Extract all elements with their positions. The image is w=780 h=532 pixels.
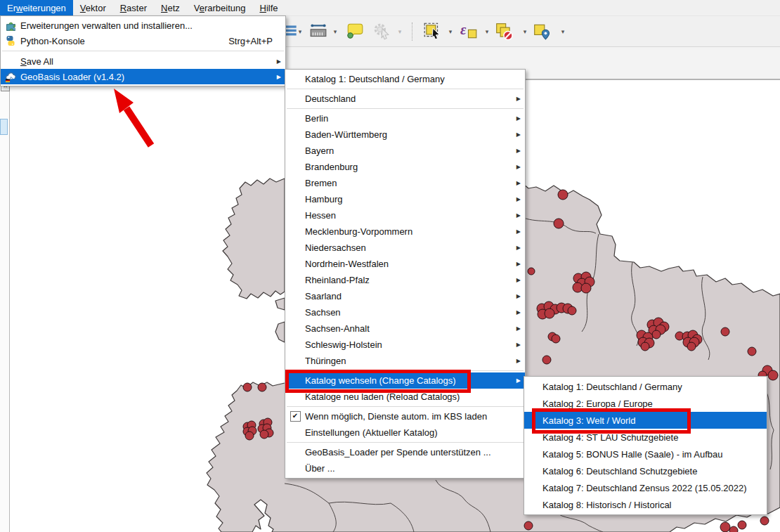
menu-item-katalog-6-deutschland-schutzgebi[interactable]: Katalog 6: Deutschland Schutzgebiete <box>524 462 767 479</box>
submenu-arrow-icon: ▶ <box>512 245 521 251</box>
submenu-arrow-icon: ▶ <box>512 358 521 364</box>
qgis-window: ✕ ErweiterungenVektorRasterNetzVerarbeit… <box>0 0 780 532</box>
geobasis-loader-icon <box>1 71 20 83</box>
menu-item-einstellungen-aktueller-katalog[interactable]: Einstellungen (Aktueller Katalog) ▶ <box>285 424 525 441</box>
submenu-arrow-icon: ▶ <box>512 309 521 316</box>
submenu-arrow-icon: ▶ <box>512 228 521 235</box>
submenu-arrow-icon: ▶ <box>512 196 521 202</box>
deselect-features-dropdown-arrow[interactable]: ▾ <box>520 25 530 38</box>
menu-item-wenn-m-glich-dienste-autom-im-kb[interactable]: ✔ Wenn möglich, Dienste autom. im KBS la… <box>285 408 525 424</box>
toolbar-separator <box>412 22 413 41</box>
select-by-expression-dropdown-arrow[interactable]: ▾ <box>482 25 492 38</box>
submenu-arrow-icon: ▶ <box>512 164 521 170</box>
panel-selected-item[interactable] <box>0 119 8 135</box>
menubar-item-raster[interactable]: Raster <box>113 0 154 15</box>
submenu-arrow-icon: ▶ <box>512 325 521 332</box>
menu-item-sachsen-anhalt[interactable]: Sachsen-Anhalt ▶ <box>285 320 525 337</box>
menu-item-katalog-4-st-lau-schutzgebiete[interactable]: Katalog 4: ST LAU Schutzgebiete <box>524 429 767 446</box>
menu-item-geobasis-loader-v1-4-2[interactable]: GeoBasis Loader (v1.4.2) ▶ <box>1 69 285 84</box>
select-features-icon[interactable] <box>422 21 443 42</box>
menubar-item-verarbeitung[interactable]: Verarbeitung <box>187 0 253 15</box>
menu-separator <box>287 370 524 371</box>
menu-item-niedersachsen[interactable]: Niedersachsen ▶ <box>285 240 525 256</box>
select-features-dropdown-arrow[interactable]: ▾ <box>446 25 455 38</box>
submenu-arrow-icon: ▶ <box>512 115 521 122</box>
menu-item-katalog-5-bonus-halle-saale-im-a[interactable]: Katalog 5: BONUS Halle (Saale) - im Aufb… <box>524 446 767 462</box>
menu-separator <box>287 89 524 89</box>
checkbox-checked-icon: ✔ <box>290 411 301 422</box>
submenu-arrow-icon: ▶ <box>512 277 521 283</box>
menu-separator <box>2 51 284 51</box>
menu-item-katalog-wechseln-change-catalogs[interactable]: Katalog wechseln (Change Catalogs) ▶ <box>285 372 525 389</box>
menu-item-python-konsole[interactable]: Python-Konsole Strg+Alt+P ▶ <box>1 33 285 48</box>
menu-item-bremen[interactable]: Bremen ▶ <box>285 175 525 191</box>
menu-item-th-ringen[interactable]: Thüringen ▶ <box>285 353 525 369</box>
menu-item-nordrhein-westfalen[interactable]: Nordrhein-Westfalen ▶ <box>285 256 525 272</box>
deselect-features-icon[interactable] <box>493 21 514 42</box>
submenu-arrow-icon: ▶ <box>512 261 521 267</box>
submenu-arrow-icon: ▶ <box>512 96 521 102</box>
menu-item-katalog-7-deutschland-zensus-202[interactable]: Katalog 7: Deutschland Zensus 2022 (15.0… <box>524 479 767 496</box>
menu-item-schleswig-holstein[interactable]: Schleswig-Holstein ▶ <box>285 337 525 353</box>
menu-item-icon: ✔ <box>285 411 305 422</box>
menu-item-deutschland[interactable]: Deutschland ▶ <box>285 91 525 107</box>
measure-dropdown-arrow[interactable]: ▾ <box>330 25 340 38</box>
menu-bar: ErweiterungenVektorRasterNetzVerarbeitun… <box>0 0 780 16</box>
menu-item-hessen[interactable]: Hessen ▶ <box>285 207 525 223</box>
submenu-arrow-icon: ▶ <box>273 74 281 80</box>
submenu-arrow-icon: ▶ <box>512 148 521 154</box>
menu-separator <box>287 406 524 407</box>
submenu-arrow-icon: ▶ <box>273 58 281 65</box>
menu-item-geobasis-loader-per-spende-unter[interactable]: GeoBasis_Loader per Spende unterstützen … <box>285 444 525 460</box>
menu-item-save-all[interactable]: Save All ▶ <box>1 53 285 69</box>
measure-icon[interactable] <box>308 21 329 42</box>
menu-item-brandenburg[interactable]: Brandenburg ▶ <box>285 159 525 175</box>
menu-item-sachsen[interactable]: Sachsen ▶ <box>285 304 525 320</box>
run-feature-action-dropdown-arrow[interactable]: ▾ <box>395 25 405 38</box>
map-tips-icon[interactable] <box>344 21 365 42</box>
menu-item-rheinland-pfalz[interactable]: Rheinland-Pfalz ▶ <box>285 272 525 288</box>
erweiterungen-menu: Erweiterungen verwalten und installieren… <box>0 15 286 86</box>
menubar-item-vektor[interactable]: Vektor <box>73 0 113 15</box>
menu-item-katalog-1-deutschland-germany[interactable]: Katalog 1: Deutschland / Germany <box>524 378 767 395</box>
geobasis-loader-menu: Katalog 1: Deutschland / Germany ▶ Deuts… <box>285 69 526 479</box>
left-panel-edge: ✕ <box>0 79 10 532</box>
submenu-arrow-icon: ▶ <box>512 180 521 186</box>
layer-list-dropdown-arrow[interactable]: ▾ <box>295 25 305 38</box>
menu-item-kataloge-neu-laden-reload-catalo[interactable]: Kataloge neu laden (Reload Catalogs) ▶ <box>285 389 525 405</box>
menu-item-bayern[interactable]: Bayern ▶ <box>285 143 525 159</box>
submenu-arrow-icon: ▶ <box>512 212 521 219</box>
submenu-arrow-icon: ▶ <box>512 342 521 348</box>
menu-item-katalog-1-deutschland-germany[interactable]: Katalog 1: Deutschland / Germany ▶ <box>285 71 525 87</box>
menubar-item-netz[interactable]: Netz <box>154 0 187 15</box>
menu-item-berlin[interactable]: Berlin ▶ <box>285 110 525 126</box>
submenu-arrow-icon: ▶ <box>512 377 521 384</box>
menu-item-katalog-8-historisch-historical[interactable]: Katalog 8: Historisch / Historical <box>524 496 767 513</box>
menu-item-saarland[interactable]: Saarland ▶ <box>285 288 525 304</box>
menubar-item-erweiterungen[interactable]: Erweiterungen <box>0 0 73 15</box>
menu-item-erweiterungen-verwalten-und-inst[interactable]: Erweiterungen verwalten und installieren… <box>1 18 285 33</box>
menu-item-hamburg[interactable]: Hamburg ▶ <box>285 191 525 207</box>
menu-item-mecklenburg-vorpommern[interactable]: Mecklenburg-Vorpommern ▶ <box>285 223 525 240</box>
select-by-location-icon[interactable] <box>531 21 552 42</box>
menu-item-katalog-2-europa-europe[interactable]: Katalog 2: Europa / Europe <box>524 395 767 412</box>
run-feature-action-icon[interactable] <box>371 21 392 42</box>
python-console-icon <box>1 35 20 46</box>
svg-text:ε: ε <box>460 22 467 37</box>
plugin-manager-icon <box>1 20 20 32</box>
menu-separator <box>287 108 524 109</box>
select-by-expression-icon[interactable]: ε <box>458 21 479 42</box>
menu-item-ber[interactable]: Über ... ▶ <box>285 460 525 476</box>
catalog-switch-menu: Katalog 1: Deutschland / Germany Katalog… <box>524 376 767 515</box>
select-by-location-dropdown-arrow[interactable]: ▾ <box>558 25 568 38</box>
menu-item-baden-w-rttemberg[interactable]: Baden-Württemberg ▶ <box>285 126 525 143</box>
submenu-arrow-icon: ▶ <box>512 131 521 138</box>
menu-item-katalog-3-welt-world[interactable]: Katalog 3: Welt / World <box>524 412 767 429</box>
menu-separator <box>287 442 524 443</box>
submenu-arrow-icon: ▶ <box>512 293 521 299</box>
menubar-item-hilfe[interactable]: Hilfe <box>253 0 285 15</box>
